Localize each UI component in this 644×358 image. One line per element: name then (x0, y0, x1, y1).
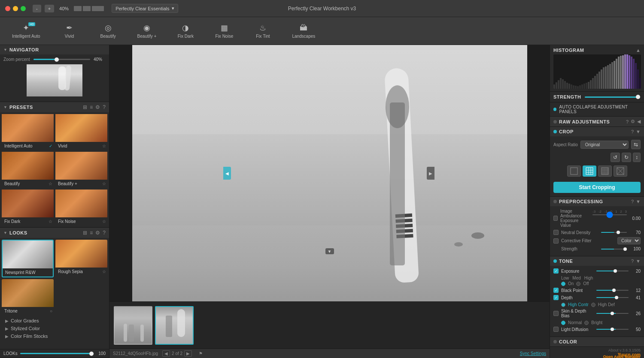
toolbar-item-fix-noise[interactable]: ▦ Fix Noise (211, 21, 237, 40)
start-cropping-button[interactable]: Start Cropping (553, 182, 641, 193)
tone-depth-checkbox[interactable]: ✓ (553, 295, 559, 300)
color-header[interactable]: COLOR (550, 337, 644, 346)
crop-chevron-icon[interactable]: ▼ (636, 129, 641, 134)
looks-category-color-grades[interactable]: ▶ Color Grades (5, 317, 104, 325)
tone-header[interactable]: TONE ? ▼ (550, 256, 644, 266)
tone-chevron-icon[interactable]: ▼ (636, 259, 641, 264)
prep-image-ambulance-checkbox[interactable] (553, 216, 558, 221)
raw-adjustments-settings-icon[interactable]: ⚙ (631, 119, 635, 124)
face-aware-off-radio[interactable] (576, 282, 580, 286)
minus-zoom-button[interactable]: - (33, 5, 41, 12)
prep-neutral-density-checkbox[interactable] (553, 230, 559, 235)
crop-rotate-cw-button[interactable]: ↻ (622, 153, 631, 162)
look-item-tritone[interactable]: Tritone ○ (2, 279, 54, 315)
preset-item-beautify-plus[interactable]: Beautify + ☆ (55, 152, 107, 188)
presets-list-icon[interactable]: ≡ (90, 104, 93, 110)
tone-exposure-slider[interactable] (596, 271, 629, 271)
view-toggle-2[interactable] (83, 6, 91, 11)
preset-selector[interactable]: Perfectly Clear Essentials ▾ (112, 4, 178, 13)
filmstrip-thumb-2[interactable] (155, 306, 194, 345)
toolbar-item-fix-dark[interactable]: ◑ Fix Dark (173, 21, 198, 40)
looks-list-icon[interactable]: ≡ (90, 230, 93, 236)
filmstrip-thumb-1[interactable] (114, 306, 152, 345)
crop-grid-none-button[interactable] (567, 165, 581, 177)
crop-rotate-ccw-button[interactable]: ↺ (611, 153, 620, 162)
looks-header[interactable]: ▼ LOOKS ⊞ ≡ ⚙ ? (0, 228, 109, 238)
crop-grid-diagonal-button[interactable] (614, 165, 627, 177)
presets-settings-icon[interactable]: ⚙ (95, 104, 100, 110)
navigator-header[interactable]: ▼ NAVIGATOR (0, 45, 109, 54)
tone-skin-depth-slider[interactable] (596, 313, 629, 314)
toolbar-item-fix-tint[interactable]: ♨ Fix Tint (250, 21, 276, 40)
preprocessing-chevron-icon[interactable]: ▼ (636, 199, 641, 204)
looks-grid-icon[interactable]: ⊞ (83, 230, 87, 236)
raw-adjustments-header[interactable]: RAW ADJUSTMENTS ? ⚙ ◀ (550, 117, 644, 126)
prev-frame-button[interactable]: ◀ (162, 350, 170, 357)
looks-category-color-film-stocks[interactable]: ▶ Color Film Stocks (5, 332, 104, 340)
toolbar-item-landscapes[interactable]: 🏔 Landscapes (289, 22, 319, 40)
preprocessing-help-icon[interactable]: ? (631, 199, 634, 204)
view-toggle-1[interactable] (74, 6, 82, 11)
preset-item-intelligent-auto[interactable]: Intelligent Auto ✓ (2, 114, 54, 150)
preset-item-fix-noise[interactable]: Fix Noise ☆ (55, 190, 107, 226)
aspect-ratio-select[interactable]: Original (580, 141, 629, 149)
tone-black-point-checkbox[interactable]: ✓ (553, 288, 559, 293)
prep-strength-slider[interactable] (601, 249, 627, 250)
tone-help-icon[interactable]: ? (631, 259, 634, 264)
tone-light-diffusion-checkbox[interactable] (553, 327, 559, 332)
looks-slider[interactable] (20, 353, 94, 354)
strength-slider[interactable] (585, 96, 640, 98)
histogram-collapse-icon[interactable]: ▲ (636, 48, 641, 53)
tone-skin-depth-checkbox[interactable] (553, 311, 559, 316)
prep-corrective-filter-select[interactable]: Color (617, 237, 641, 244)
minimize-button[interactable] (13, 6, 18, 11)
looks-category-stylized-color[interactable]: ▶ Stylized Color (5, 325, 104, 332)
toolbar-item-vivid[interactable]: ✒ Vivid (57, 21, 82, 40)
plus-zoom-button[interactable]: + (45, 5, 54, 12)
view-toggle-3[interactable] (92, 6, 104, 11)
prep-image-ambulance-slider[interactable] (592, 214, 627, 215)
toolbar-item-intelligent-auto[interactable]: ✦ HD Intelligent Auto (9, 21, 44, 40)
canvas-nav-bottom[interactable]: ▼ (325, 248, 334, 254)
next-frame-button[interactable]: ▶ (184, 350, 192, 357)
raw-adjustments-chevron-icon[interactable]: ◀ (637, 119, 641, 124)
face-aware-on-radio[interactable] (561, 282, 565, 286)
sync-settings-button[interactable]: Sync Settings (520, 351, 546, 356)
presets-header[interactable]: ▼ PRESETS ⊞ ≡ ⚙ ? (0, 102, 109, 112)
look-item-rough-sepia[interactable]: Rough Sepia ☆ (55, 240, 107, 277)
preset-item-vivid[interactable]: Vivid ☆ (55, 114, 107, 150)
crop-header[interactable]: CROP ? ▼ (550, 127, 644, 136)
canvas-nav-right[interactable]: ▶ (427, 167, 434, 180)
tone-depth-slider[interactable] (596, 297, 629, 298)
prep-corrective-filter-checkbox[interactable] (553, 238, 559, 244)
crop-help-icon[interactable]: ? (631, 129, 634, 134)
presets-help-icon[interactable]: ? (103, 104, 106, 110)
canvas-nav-left[interactable]: ◀ (223, 167, 231, 180)
preset-item-beautify[interactable]: Beautify ☆ (2, 152, 54, 188)
high-def-radio[interactable] (591, 303, 595, 307)
bright-radio[interactable] (584, 321, 589, 325)
crop-grid-thirds-button[interactable] (583, 165, 596, 177)
look-item-newsprint[interactable]: Newsprint R&W (2, 240, 54, 277)
crop-flip-button[interactable]: ↕ (633, 153, 641, 162)
close-button[interactable] (5, 6, 10, 11)
looks-help-icon[interactable]: ? (103, 230, 106, 236)
raw-adjustments-help-icon[interactable]: ? (626, 119, 629, 124)
zoom-slider[interactable] (33, 59, 90, 60)
toolbar-item-beautify[interactable]: ◎ Beautify (95, 21, 121, 40)
crop-swap-button[interactable]: ⇆ (631, 140, 641, 149)
preset-item-fix-dark[interactable]: Fix Dark ☆ (2, 190, 54, 226)
tone-exposure-checkbox[interactable]: ✓ (553, 268, 559, 274)
auto-collapse-row[interactable]: AUTO COLLAPSE ADJUSTMENT PANELS (550, 102, 644, 117)
tone-light-diffusion-slider[interactable] (596, 329, 629, 330)
high-contr-radio[interactable] (561, 303, 565, 307)
prep-neutral-density-slider[interactable] (601, 232, 627, 233)
presets-grid-icon[interactable]: ⊞ (83, 104, 87, 110)
tone-black-point-slider[interactable] (596, 290, 629, 291)
toolbar-item-beautify-plus[interactable]: ◉ Beautify + (134, 21, 160, 40)
maximize-button[interactable] (21, 6, 26, 11)
preprocessing-header[interactable]: PREPROCESSING ? ▼ (550, 197, 644, 206)
crop-grid-6x6-button[interactable] (598, 165, 612, 177)
normal-radio[interactable] (561, 321, 565, 325)
looks-settings-icon[interactable]: ⚙ (95, 230, 100, 236)
